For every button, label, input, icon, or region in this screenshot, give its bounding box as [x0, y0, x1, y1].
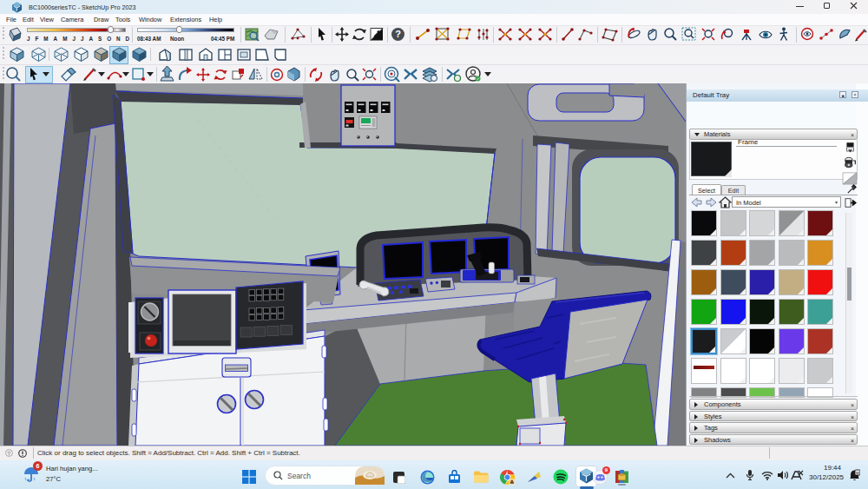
svg-text:w: w	[855, 470, 859, 475]
svg-text:?: ?	[395, 29, 401, 39]
